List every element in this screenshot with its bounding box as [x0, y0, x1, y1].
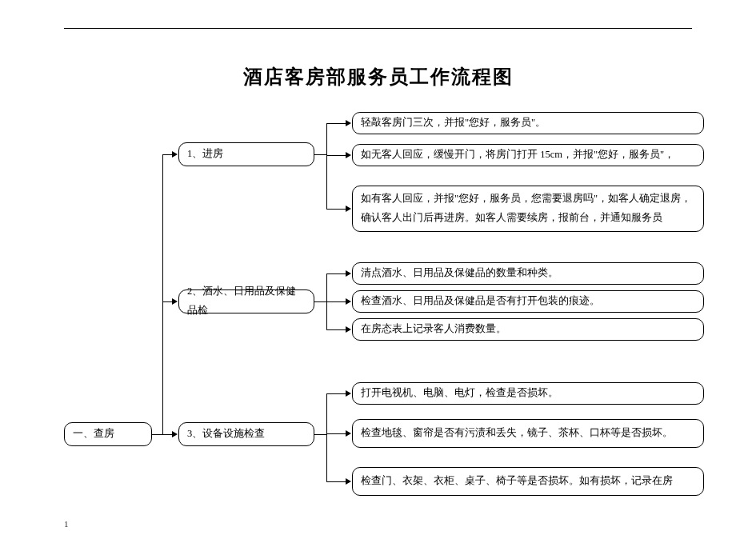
connector-line: [326, 301, 347, 302]
detail-1c-text: 如有客人回应，并报"您好，服务员，您需要退房吗"，如客人确定退房，确认客人出门后…: [361, 190, 695, 228]
step-2-label: 2、酒水、日用品及保健品检: [187, 282, 306, 321]
step-1-label: 1、进房: [187, 145, 223, 164]
connector-line: [314, 154, 326, 155]
connector-line: [326, 209, 347, 210]
connector-line: [314, 301, 326, 302]
detail-3a: 打开电视机、电脑、电灯，检查是否损坏。: [352, 382, 704, 405]
detail-1b: 如无客人回应，缓慢开门，将房门打开 15cm，并报"您好，服务员"，: [352, 144, 704, 166]
arrow-right-icon: [346, 478, 351, 485]
arrow-right-icon: [172, 431, 178, 437]
arrow-right-icon: [346, 152, 351, 158]
detail-3c-text: 检查门、衣架、衣柜、桌子、椅子等是否损坏。如有损坏，记录在房: [361, 472, 673, 491]
arrow-right-icon: [346, 120, 351, 126]
detail-3b-text: 检查地毯、窗帘是否有污渍和丢失，镜子、茶杯、口杯等是否损坏。: [361, 424, 673, 443]
detail-3a-text: 打开电视机、电脑、电灯，检查是否损坏。: [361, 384, 558, 403]
detail-2c: 在房态表上记录客人消费数量。: [352, 318, 704, 341]
root-box: 一、查房: [64, 422, 152, 446]
step-3-label: 3、设备设施检查: [187, 425, 265, 444]
page-footnote: 1: [64, 519, 69, 529]
detail-2c-text: 在房态表上记录客人消费数量。: [361, 320, 506, 339]
detail-1a-text: 轻敲客房门三次，并报"您好，服务员"。: [361, 114, 546, 133]
connector-line: [326, 393, 327, 481]
detail-3b: 检查地毯、窗帘是否有污渍和丢失，镜子、茶杯、口杯等是否损坏。: [352, 419, 704, 448]
arrow-right-icon: [346, 430, 351, 437]
arrow-right-icon: [172, 298, 178, 305]
arrow-right-icon: [346, 206, 351, 212]
arrow-right-icon: [346, 270, 351, 277]
arrow-right-icon: [346, 298, 351, 305]
detail-2a-text: 清点酒水、日用品及保健品的数量和种类。: [361, 264, 558, 283]
connector-line: [326, 273, 347, 274]
step-3-box: 3、设备设施检查: [178, 422, 314, 446]
arrow-right-icon: [346, 326, 351, 333]
detail-1a: 轻敲客房门三次，并报"您好，服务员"。: [352, 112, 704, 134]
detail-2b-text: 检查酒水、日用品及保健品是否有打开包装的痕迹。: [361, 292, 600, 311]
connector-line: [326, 123, 327, 209]
connector-line: [326, 393, 347, 394]
connector-line: [162, 154, 163, 434]
connector-line: [326, 155, 347, 156]
detail-1c: 如有客人回应，并报"您好，服务员，您需要退房吗"，如客人确定退房，确认客人出门后…: [352, 186, 704, 232]
connector-line: [152, 434, 162, 435]
arrow-right-icon: [172, 151, 178, 158]
detail-1b-text: 如无客人回应，缓慢开门，将房门打开 15cm，并报"您好，服务员"，: [361, 146, 674, 165]
connector-line: [326, 123, 347, 124]
connector-line: [326, 433, 347, 434]
connector-line: [314, 434, 326, 435]
detail-3c: 检查门、衣架、衣柜、桌子、椅子等是否损坏。如有损坏，记录在房: [352, 467, 704, 496]
connector-line: [326, 329, 347, 330]
detail-2b: 检查酒水、日用品及保健品是否有打开包装的痕迹。: [352, 290, 704, 313]
step-1-box: 1、进房: [178, 142, 314, 166]
connector-line: [326, 481, 347, 482]
detail-2a: 清点酒水、日用品及保健品的数量和种类。: [352, 262, 704, 285]
root-label: 一、查房: [73, 425, 114, 444]
top-rule: [64, 28, 692, 29]
arrow-right-icon: [346, 390, 351, 397]
step-2-box: 2、酒水、日用品及保健品检: [178, 289, 314, 313]
document-title: 酒店客房部服务员工作流程图: [0, 64, 756, 90]
